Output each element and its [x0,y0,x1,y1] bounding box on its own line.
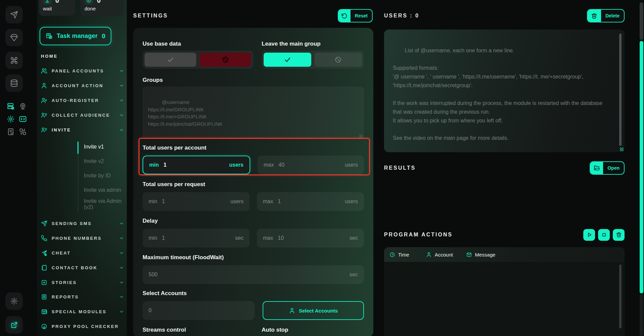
total-users-per-request-min-input[interactable]: min 1 users [143,192,250,211]
scrollbar-thumb[interactable] [640,41,643,293]
gear-module-icon[interactable] [7,115,15,123]
external-link-button[interactable] [5,316,23,334]
chevron-down-icon [119,250,124,256]
ban-icon [222,56,229,63]
chevron-down-icon [119,221,124,226]
sidebar-item-special-modules[interactable]: SPECIAL MODULES [41,307,124,316]
main-content: SETTINGS Reset Use base data [127,0,644,336]
server-check-icon[interactable] [7,102,15,110]
sidebar-item-invite-by-id[interactable]: Invite by ID [84,172,111,179]
sidebar-item-home[interactable]: HOME [41,54,58,59]
chevron-down-icon [119,309,124,314]
use-base-data-toggle [143,51,253,69]
premium-nav-button[interactable] [5,29,23,46]
settings-rail-button[interactable] [5,292,23,310]
user-icon [289,307,295,314]
program-actions-table: Time Account Message [384,247,625,336]
notebook-icon [41,265,47,271]
total-users-per-request-max-input[interactable]: max 1 users [257,192,364,211]
code-window-icon[interactable] [19,115,27,123]
scrollbar-top-segment[interactable] [640,2,643,40]
sidebar-item-contact-book[interactable]: CONTACT BOOK [41,264,124,272]
select-accounts-button[interactable]: Select Accounts [263,301,364,320]
stop-icon [601,232,607,238]
sidebar-item-reports[interactable]: REPORTS [41,293,124,301]
select-accounts-label: Select Accounts [143,290,364,297]
total-users-per-account-max-input[interactable]: max 40 users [258,156,364,174]
gauge-icon [41,323,47,330]
window-scrollbar [639,0,644,336]
delay-label: Delay [143,218,364,225]
leave-main-group-yes-button[interactable] [264,53,311,67]
trash-icon [588,10,601,22]
sidebar-item-invite-via-admin[interactable]: Invite via admin [84,186,121,194]
groups-label: Groups [143,77,364,84]
user-list-icon [41,127,47,133]
swap-icon[interactable] [19,128,27,136]
floodwait-label: Maximum timeout (FloodWait) [143,254,364,262]
resize-grip-icon[interactable] [620,148,624,151]
users-textarea[interactable]: List of @username, each one form a new l… [384,30,625,152]
floodwait-input[interactable]: 500 sec [143,265,364,284]
total-users-per-account-min-input[interactable]: min 1 users [143,156,250,174]
folder-icon [590,162,603,174]
chevron-down-icon [119,280,124,285]
sidebar-item-invite-via-admin-v2[interactable]: Invite via Admin (v2) [84,201,127,208]
delay-max-input[interactable]: max 10 sec [257,229,364,247]
check-circle-icon [85,0,93,5]
paper-plane-icon [10,11,18,19]
table-scrollbar[interactable] [619,265,622,328]
open-results-button[interactable]: Open [590,161,625,175]
streams-control-label: Streams control [143,327,253,334]
document-check-icon[interactable] [7,128,15,136]
sidebar-item-stories[interactable]: STORIES [41,278,124,286]
task-manager-button[interactable]: Task manager 0 [40,27,111,45]
diamond-icon [10,34,18,42]
clear-log-button[interactable] [613,229,625,241]
sidebar-item-auto-register[interactable]: AUTO-REGISTER [41,96,124,104]
selected-accounts-count-input[interactable]: 0 [143,301,255,320]
envelope-icon [466,252,472,258]
sidebar-item-cheat[interactable]: CHEAT [41,249,124,257]
sidebar-item-panel-accounts[interactable]: PANEL ACCOUNTS [41,67,124,75]
active-item-indicator [77,142,78,154]
leave-main-group-no-button[interactable] [315,53,362,67]
webcam-icon[interactable] [19,102,27,110]
chevron-down-icon [119,294,124,299]
chevron-down-icon [119,98,124,103]
command-nav-button[interactable] [5,52,23,69]
sidebar-item-invite-v2[interactable]: Invite v2 [84,158,104,165]
users-scrollbar[interactable] [619,34,622,146]
sidebar-item-collect-audience[interactable]: COLLECT AUDIENCE [41,111,124,119]
users-icon [41,68,47,74]
groups-textarea[interactable]: @username https://t.me/GROUPLINK https:/… [143,87,364,139]
database-nav-button[interactable] [5,74,23,92]
delay-min-input[interactable]: min 1 sec [143,229,250,247]
app-window: 0 wait 0 done Task manager 0 HOME PANEL … [0,0,644,336]
sidebar-item-invite-v1[interactable]: Invite v1 [84,143,104,151]
settings-title: SETTINGS [133,13,168,19]
sidebar: 0 wait 0 done Task manager 0 HOME PANEL … [37,0,127,336]
clock-icon [389,252,395,258]
delete-users-button[interactable]: Delete [587,9,625,22]
sidebar-item-phone-numbers[interactable]: PHONE NUMBERS [41,234,124,242]
send-nav-button[interactable] [5,6,23,23]
user-plus-icon [41,97,47,104]
sidebar-item-account-action[interactable]: ACCOUNT ACTION [41,81,124,90]
use-base-data-no-button[interactable] [200,53,251,67]
total-users-per-account-label: Total users per account [143,145,364,152]
resize-grip-icon[interactable] [359,134,363,138]
sidebar-item-invite[interactable]: INVITE [41,126,124,134]
play-button[interactable] [583,229,595,241]
use-base-data-yes-button[interactable] [145,53,196,67]
sidebar-item-proxy-pool-checker[interactable]: PROXY POOL CHECKER [41,322,124,330]
rotate-ccw-icon [338,10,351,22]
reset-button[interactable]: Reset [338,9,373,22]
wait-label: wait [43,6,71,11]
sidebar-item-sending-sms[interactable]: SENDING SMS [41,219,124,227]
groups-placeholder: @username https://t.me/GROUPLINK https:/… [148,99,223,127]
hourglass-icon [43,0,52,5]
plus-square-icon [41,279,47,286]
leave-main-group-label: Leave the main group [262,41,364,48]
stop-button[interactable] [598,229,610,241]
